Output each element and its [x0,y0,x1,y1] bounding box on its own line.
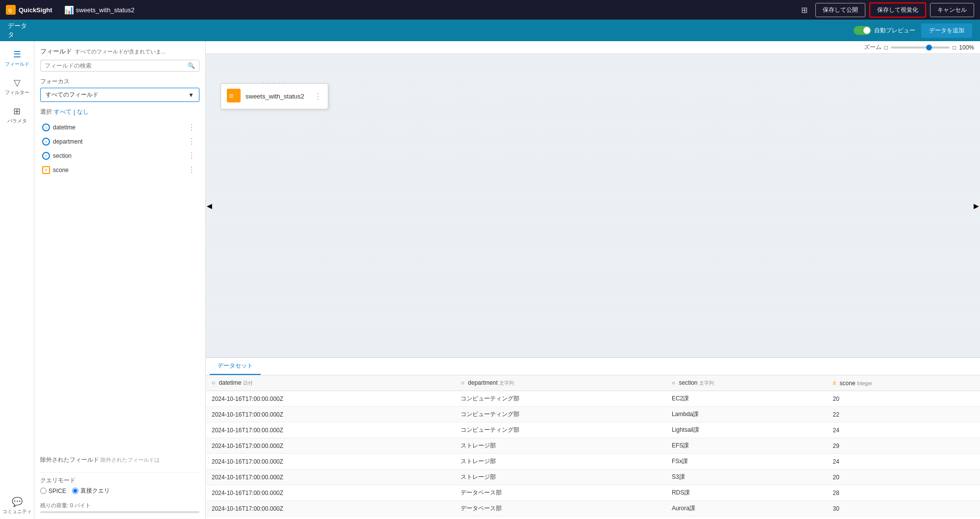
grid-view-button[interactable]: ⊞ [797,3,811,17]
field-item-datetime[interactable]: ○ datetime ⋮ [40,120,199,134]
cell-section: Lambda課 [666,407,827,422]
field-more-datetime[interactable]: ⋮ [186,123,197,132]
auto-preview-label: 自動プレビュー [874,26,915,35]
table-row: 2024-10-16T17:00:00.000Zコンピューティング部Lambda… [206,407,980,422]
cell-section: Lightsail課 [666,422,827,438]
field-item-scone[interactable]: # scone ⋮ [40,163,199,177]
excluded-section: 除外されたフィールド 除外されたフィールドは [40,456,199,464]
select-row: 選択 すべて | なし [40,108,199,116]
select-label: 選択 [40,108,52,116]
cell-datetime: 2024-10-16T17:00:00.000Z [206,501,455,517]
publish-button[interactable]: 保存して公開 [815,3,865,17]
cancel-button[interactable]: キャンセル [930,3,974,17]
dataset-node-name: sweets_with_status2 [245,93,309,100]
field-more-department[interactable]: ⋮ [186,137,197,146]
cell-department: データベース部 [455,485,665,501]
section-type-label: 文字列 [699,380,714,386]
topbar-dataset-title: 📊 sweets_with_status2 [64,5,135,15]
dataset-node-more-icon[interactable]: ⋮ [314,92,322,101]
app-name: QuickSight [19,6,52,14]
tab-dataset[interactable]: データセット [210,358,261,375]
field-search-input[interactable] [45,62,185,69]
left-sidebar: ☰ フィールド ▽ フィルター ⊞ パラメタ 💬 コミュニティ [0,41,34,519]
sidebar-item-filter-label: フィルター [5,89,29,96]
field-more-scone[interactable]: ⋮ [186,165,197,174]
datetime-type-label: 日付 [243,380,253,386]
cell-scone: 22 [827,407,980,422]
svg-text:≡: ≡ [229,92,233,100]
cell-section: EFS課 [666,438,827,454]
add-data-button[interactable]: データを追加 [921,24,972,38]
dataset-node[interactable]: · · · · · ≡ sweets_with_status2 ⋮ [220,83,328,109]
capacity-label: 残りの容量: 0 バイト [40,502,91,508]
table-row: 2024-10-16T17:00:00.000Zストレージ部FSx課24 [206,454,980,470]
field-panel-hint: すべてのフィールドが含まれていま... [75,48,166,55]
direct-query-label: 直接クエリ [80,487,110,495]
select-all-link[interactable]: すべて [54,108,72,116]
cell-datetime: 2024-10-16T17:00:00.000Z [206,485,455,501]
topbar-actions: ⊞ 保存して公開 保存して視覚化 キャンセル [797,2,974,18]
focus-section: フォーカス すべてのフィールド ▼ [40,77,199,102]
sidebar-item-field[interactable]: ☰ フィールド [0,45,34,72]
cell-department: データベース部 [455,501,665,517]
cell-datetime: 2024-10-16T17:00:00.000Z [206,407,455,422]
spice-radio-input[interactable] [40,488,47,494]
field-panel: フィールド すべてのフィールドが含まれていま... 🔍 フォーカス すべてのフィ… [34,41,206,519]
zoom-value: 100% [959,44,974,51]
cell-department: ストレージ部 [455,438,665,454]
zoom-slider[interactable] [891,47,950,49]
field-search-box[interactable]: 🔍 [40,60,199,72]
scone-type-label: Integer [857,381,872,386]
field-type-icon-section: ○ [42,152,50,160]
field-name-department: department [53,138,183,145]
data-table: ○ datetime 日付 ○ department 文字列 ○ [206,375,980,519]
bottom-panel: データセット ○ datetime 日付 ○ depar [206,357,980,519]
toggle-knob[interactable] [854,26,871,35]
canvas-scroll-left-button[interactable]: ◀ [206,200,213,212]
cell-datetime: 2024-10-16T17:00:00.000Z [206,454,455,470]
focus-dropdown[interactable]: すべてのフィールド ▼ [40,88,199,102]
save-visualize-button[interactable]: 保存して視覚化 [869,2,926,18]
cell-scone: 20 [827,391,980,407]
cell-scone: 30 [827,501,980,517]
direct-query-radio[interactable]: 直接クエリ [72,487,110,495]
canvas-scroll-right-button[interactable]: ▶ [973,200,980,212]
field-more-section[interactable]: ⋮ [186,151,197,160]
field-type-icon-department: ○ [42,138,50,146]
canvas-grid: · · · · · ≡ sweets_with_status2 ⋮ ◀ ▶ [206,54,980,357]
cell-section: Aurora課 [666,501,827,517]
canvas-top-bar: ズーム □ □ 100% [206,41,980,54]
topbar: Q QuickSight 📊 sweets_with_status2 ⊞ 保存し… [0,0,980,20]
cell-scone: 24 [827,454,980,470]
select-none-link[interactable]: なし [77,108,89,116]
cell-datetime: 2024-10-16T17:00:00.000Z [206,422,455,438]
sidebar-item-community[interactable]: 💬 コミュニティ [0,493,34,519]
cell-department: コンピューティング部 [455,391,665,407]
canvas-scroll-area[interactable]: · · · · · ≡ sweets_with_status2 ⋮ ◀ ▶ [206,54,980,357]
spice-radio[interactable]: SPICE [40,487,66,495]
cell-scone: 29 [827,438,980,454]
field-item-department[interactable]: ○ department ⋮ [40,134,199,148]
cell-department: ストレージ部 [455,470,665,485]
table-body: 2024-10-16T17:00:00.000Zコンピューティング部EC2課20… [206,391,980,517]
direct-query-radio-input[interactable] [72,488,78,494]
data-section-label: データ タ [8,22,27,39]
auto-preview-toggle[interactable]: 自動プレビュー [854,26,915,35]
app-logo: Q QuickSight [6,5,52,15]
sidebar-item-params[interactable]: ⊞ パラメタ [0,102,34,128]
canvas-area: ズーム □ □ 100% · · · · · ≡ [206,41,980,519]
sidebar-item-filter[interactable]: ▽ フィルター [0,74,34,100]
cell-datetime: 2024-10-16T17:00:00.000Z [206,470,455,485]
bottom-tabs: データセット [206,358,980,375]
table-row: 2024-10-16T17:00:00.000Zコンピューティング部EC2課20 [206,391,980,407]
cell-scone: 20 [827,470,980,485]
col-header-department: ○ department 文字列 [455,375,665,391]
field-item-section[interactable]: ○ section ⋮ [40,148,199,163]
zoom-slider-thumb[interactable] [926,45,932,50]
svg-text:Q: Q [8,8,12,13]
capacity-section: 残りの容量: 0 バイト [40,502,199,513]
params-icon: ⊞ [13,106,21,117]
data-preview-table: ○ datetime 日付 ○ department 文字列 ○ [206,375,980,517]
secondbar: データ タ 自動プレビュー データを追加 [0,20,980,41]
field-name-datetime: datetime [53,124,183,131]
